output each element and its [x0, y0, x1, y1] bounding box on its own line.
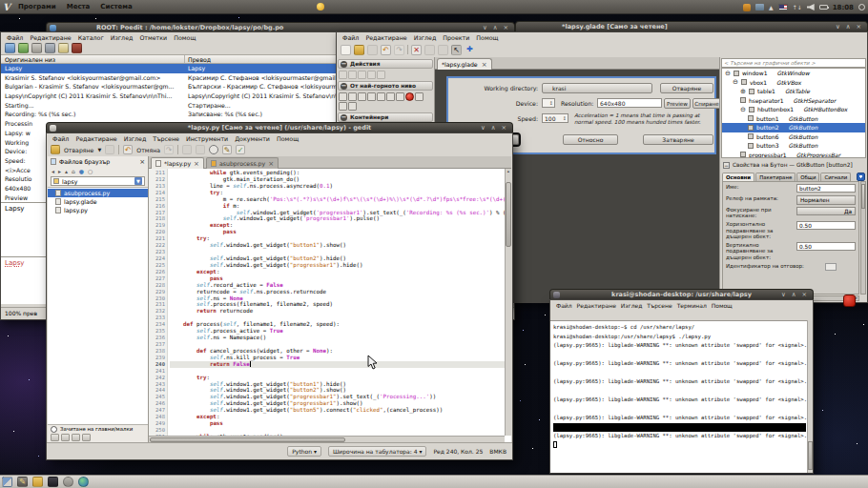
tree-node-button3[interactable]: button3GtkButton: [722, 141, 865, 151]
stats-icon[interactable]: [72, 43, 82, 53]
property-toggle[interactable]: Да: [796, 207, 856, 215]
terminal-menu-4[interactable]: Терминал: [677, 302, 707, 309]
open-label[interactable]: Отваряне: [64, 147, 93, 153]
terminal-output[interactable]: krasi@shodan-desktop:~$ cd /usr/share/la…: [550, 320, 807, 473]
search-icon[interactable]: ○: [88, 168, 93, 174]
collapse-icon[interactable]: −: [341, 61, 347, 68]
open-project-icon[interactable]: [354, 45, 364, 55]
tree-node-window1[interactable]: ⊖window1GtkWindow: [722, 69, 865, 78]
stop-button-small[interactable]: Спиране: [692, 98, 719, 109]
top-menu-1[interactable]: Места: [67, 3, 91, 10]
distro-logo-icon[interactable]: V: [3, 2, 14, 12]
chevron-down-icon[interactable]: ▼: [134, 177, 142, 185]
widget-search-input[interactable]: < Търсене на графични обекти >: [721, 58, 866, 68]
v-scrollbar[interactable]: ▴: [505, 169, 511, 436]
glade-tab[interactable]: *lapsy.glade ×: [437, 58, 492, 70]
language-combo[interactable]: Python ▾: [287, 446, 321, 457]
tree-node-hseparator1[interactable]: hseparator1GtkHSeparator: [722, 96, 865, 106]
network-icon[interactable]: ↑↓: [793, 4, 802, 11]
prop-tab-1[interactable]: Пакетиране: [755, 173, 796, 181]
eject-icon[interactable]: ▲: [769, 4, 774, 11]
gedit-launcher-icon[interactable]: ✎: [17, 477, 28, 487]
window-controls[interactable]: ∨ ∧ ×: [781, 290, 809, 299]
document-tab[interactable]: *lapsy.py×: [151, 157, 204, 169]
property-entry-small[interactable]: [825, 263, 837, 271]
poedit-menu-0[interactable]: Файл: [7, 34, 23, 41]
widget-palette-icon[interactable]: [348, 71, 357, 79]
accessibility-icon[interactable]: [857, 173, 865, 181]
widget-palette-icon[interactable]: [396, 92, 404, 101]
undo-icon[interactable]: ↶: [123, 145, 133, 154]
tree-node-hbuttonbox1[interactable]: ⊖hbuttonbox1GtkHButtonBox: [722, 105, 865, 114]
scrollbar-thumb[interactable]: [506, 182, 511, 247]
tree-node-vbox1[interactable]: ⊖vbox1GtkVBox: [722, 78, 865, 88]
terminal-launcher-icon[interactable]: [48, 477, 58, 487]
terminal-menu-1[interactable]: Редактиране: [577, 302, 616, 309]
gedit-menu-1[interactable]: Редактиране: [75, 135, 116, 142]
volume-icon[interactable]: [807, 4, 815, 10]
media-launcher-icon[interactable]: [63, 477, 73, 487]
device-spin[interactable]: [542, 98, 555, 108]
gedit-menu-4[interactable]: Инструменти: [186, 135, 228, 142]
location-combo[interactable]: lapsy ▼: [51, 176, 145, 186]
open-icon[interactable]: [51, 145, 60, 154]
working-dir-chooser[interactable]: krasi: [542, 83, 652, 93]
show-desktop-icon[interactable]: [2, 477, 12, 487]
widget-palette-icon[interactable]: [377, 71, 385, 79]
glade-menu-1[interactable]: Редактиране: [365, 34, 406, 41]
prop-tab-0[interactable]: Основни: [722, 173, 754, 181]
cut-icon[interactable]: [182, 145, 192, 154]
widget-palette-icon[interactable]: [386, 92, 395, 101]
notification-icon[interactable]: [317, 3, 324, 10]
save-icon[interactable]: [105, 145, 114, 154]
tree-node-button1[interactable]: button1GtkButton: [722, 114, 865, 124]
new-project-icon[interactable]: [341, 45, 351, 55]
widget-palette-icon[interactable]: [348, 92, 357, 101]
edit-pencil-icon[interactable]: ✎: [222, 145, 232, 154]
speed-spin[interactable]: 100: [542, 113, 568, 123]
palette-section-header[interactable]: −Контейнери: [338, 112, 433, 122]
glade-titlebar[interactable]: *lapsy.glade [Само за четене] ∨ ∧ ×: [515, 21, 868, 31]
property-entry[interactable]: 0.50: [796, 221, 856, 230]
refresh-icon[interactable]: ●: [79, 168, 84, 174]
redo-icon[interactable]: ↷: [164, 145, 174, 154]
palette-section-header[interactable]: −От най-горното ниво: [338, 81, 433, 91]
panel-button[interactable]: [72, 434, 80, 441]
widget-palette-icon[interactable]: [348, 102, 357, 111]
drag-resize-icon[interactable]: ✚: [465, 45, 475, 55]
close-icon[interactable]: ×: [268, 160, 274, 168]
comment-icon[interactable]: [58, 43, 69, 53]
document-tab[interactable]: asubprocess.py×: [206, 157, 279, 169]
spellcheck-icon[interactable]: ✓: [236, 145, 245, 154]
glade-menu-4[interactable]: Помощ: [476, 34, 498, 41]
undo-icon[interactable]: ↶: [381, 45, 391, 55]
panel-button[interactable]: [51, 434, 59, 441]
clock[interactable]: 18:08: [833, 4, 854, 11]
close-icon[interactable]: ×: [194, 160, 199, 168]
column-original[interactable]: Оригинален низ: [1, 55, 185, 63]
tree-node-table1[interactable]: ⊕table1GtkTable: [722, 87, 865, 96]
collapse-icon[interactable]: −: [341, 83, 347, 90]
h-scrollbar[interactable]: [149, 436, 505, 442]
tree-node-progressbar1[interactable]: progressbar1GtkProgressBar: [722, 151, 865, 159]
property-button[interactable]: Нормален: [796, 195, 856, 205]
app-indicator-icon[interactable]: [743, 4, 751, 11]
window-controls[interactable]: ∨ ∧ ×: [836, 22, 863, 31]
widget-palette-icon[interactable]: [367, 92, 376, 101]
widget-palette-icon[interactable]: [405, 92, 414, 101]
keyboard-layout-flag-icon[interactable]: [778, 4, 788, 10]
folder-indicator-icon[interactable]: [755, 4, 764, 10]
widget-palette-icon[interactable]: [367, 71, 376, 79]
gedit-menu-0[interactable]: Файл: [52, 135, 69, 142]
scrollbar-thumb[interactable]: [861, 184, 865, 209]
validate-icon[interactable]: [31, 43, 42, 53]
file-item[interactable]: asubprocess.py: [48, 189, 148, 197]
gedit-menu-6[interactable]: Помощ: [277, 135, 299, 142]
paste-icon[interactable]: [196, 145, 205, 154]
search-icon[interactable]: [209, 145, 218, 154]
undo-label[interactable]: Отмяна: [136, 147, 160, 153]
expander-icon[interactable]: ⊖: [725, 70, 731, 77]
redo-icon[interactable]: ↷: [394, 45, 404, 55]
power-icon[interactable]: [858, 4, 865, 10]
glade-menu-3[interactable]: Проекти: [443, 34, 469, 41]
